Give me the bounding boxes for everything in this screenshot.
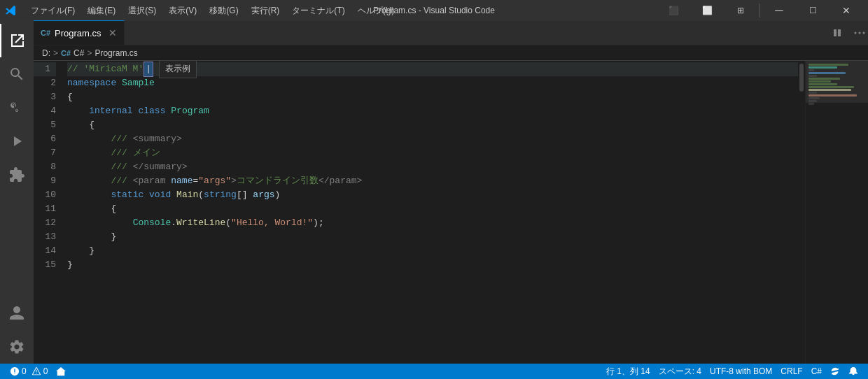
vscode-logo-icon	[6, 5, 17, 16]
activity-bar	[0, 21, 34, 364]
code-line-4: internal class Program	[67, 104, 798, 118]
language-mode: C#	[811, 366, 822, 376]
activity-explorer[interactable]	[0, 24, 34, 57]
more-actions-button[interactable]	[851, 27, 868, 42]
status-position[interactable]: 行 1、列 14	[602, 364, 654, 379]
indentation: スペース: 4	[659, 366, 701, 378]
activity-account[interactable]	[0, 296, 34, 330]
cursor-selection: |	[144, 62, 153, 77]
code-line-15: }	[67, 258, 798, 272]
status-notification[interactable]	[844, 364, 862, 379]
status-errors[interactable]: 0 0	[6, 364, 52, 379]
status-sync[interactable]	[826, 364, 844, 379]
error-icon	[10, 366, 20, 376]
status-encoding[interactable]: UTF-8 with BOM	[706, 364, 776, 379]
code-line-7: /// メイン	[67, 146, 798, 160]
code-line-13: }	[67, 230, 798, 244]
csharp-file-icon: C#	[41, 29, 50, 37]
notification-icon	[848, 366, 858, 376]
file-encoding: UTF-8 with BOM	[710, 366, 772, 376]
window-controls: ⬛ ⬜ ⊞ ─ ☐ ✕	[657, 0, 862, 21]
editor-area: C# Program.cs ✕ D: > C# C# > Program.cs …	[34, 21, 868, 364]
status-line-endings[interactable]: CRLF	[776, 364, 806, 379]
error-count: 0	[22, 366, 27, 376]
code-line-2: namespace Sample	[67, 76, 798, 90]
breadcrumb-lang[interactable]: C#	[74, 48, 84, 58]
warning-count: 0	[43, 366, 48, 376]
menu-file[interactable]: ファイル(F)	[25, 3, 80, 18]
layout-btn-1[interactable]: ⬛	[657, 0, 690, 21]
tab-bar: C# Program.cs ✕	[34, 21, 868, 45]
cursor-position: 行 1、列 14	[606, 366, 650, 378]
svg-point-2	[863, 32, 865, 34]
code-content[interactable]: // 'MiricaM M'| 表示例 namespace Sample { i…	[62, 61, 798, 364]
maximize-button[interactable]: ☐	[797, 0, 829, 21]
home-icon	[56, 366, 66, 376]
layout-btn-3[interactable]: ⊞	[724, 0, 757, 21]
code-line-9: /// <param name="args">コマンドライン引数</param>	[67, 174, 798, 188]
status-bar: 0 0 行 1、列 14 スペース: 4 UTF-8 with BOM CRLF…	[0, 364, 868, 379]
code-line-8: /// </summary>	[67, 160, 798, 174]
minimap-content	[806, 61, 868, 108]
status-home[interactable]	[52, 364, 70, 379]
code-editor[interactable]: 1 2 3 4 5 6 7 8 9 10 11 12 13 14 15 /	[34, 61, 868, 364]
scrollbar-thumb[interactable]	[799, 64, 804, 92]
svg-point-0	[855, 32, 857, 34]
minimize-button[interactable]: ─	[763, 0, 795, 21]
status-right: 行 1、列 14 スペース: 4 UTF-8 with BOM CRLF C#	[602, 364, 862, 379]
activity-run-debug[interactable]	[0, 124, 34, 158]
code-line-6: /// <summary>	[67, 132, 798, 146]
menu-run[interactable]: 実行(R)	[246, 3, 286, 18]
code-line-1: // 'MiricaM M'| 表示例	[67, 62, 798, 76]
breadcrumb-drive[interactable]: D:	[42, 48, 50, 58]
tab-close-button[interactable]: ✕	[108, 27, 117, 38]
title-bar: ファイル(F) 編集(E) 選択(S) 表示(V) 移動(G) 実行(R) ター…	[0, 0, 868, 21]
close-button[interactable]: ✕	[830, 0, 862, 21]
code-line-12: Console.WriteLine("Hello, World!");	[67, 216, 798, 230]
code-line-10: static void Main(string[] args)	[67, 188, 798, 202]
minimap[interactable]	[805, 61, 868, 364]
menu-select[interactable]: 選択(S)	[122, 3, 162, 18]
breadcrumb-file[interactable]: Program.cs	[94, 48, 137, 58]
line-numbers: 1 2 3 4 5 6 7 8 9 10 11 12 13 14 15	[34, 61, 62, 364]
menu-terminal[interactable]: ターミナル(T)	[286, 3, 350, 18]
code-line-3: {	[67, 90, 798, 104]
title-bar-left: ファイル(F) 編集(E) 選択(S) 表示(V) 移動(G) 実行(R) ター…	[6, 3, 400, 18]
activity-source-control[interactable]	[0, 91, 34, 124]
activity-search[interactable]	[0, 57, 34, 91]
tab-program-cs[interactable]: C# Program.cs ✕	[34, 20, 125, 45]
breadcrumb-csharp-icon: C#	[61, 49, 71, 57]
code-line-11: {	[67, 202, 798, 216]
menu-edit[interactable]: 編集(E)	[82, 3, 121, 18]
svg-point-1	[859, 32, 861, 34]
menu-view[interactable]: 表示(V)	[163, 3, 202, 18]
tab-label: Program.cs	[55, 28, 101, 38]
menu-bar: ファイル(F) 編集(E) 選択(S) 表示(V) 移動(G) 実行(R) ター…	[25, 3, 400, 18]
breadcrumb: D: > C# C# > Program.cs	[34, 45, 868, 61]
layout-btn-2[interactable]: ⬜	[691, 0, 723, 21]
warning-icon	[31, 366, 41, 376]
status-spaces[interactable]: スペース: 4	[654, 364, 706, 379]
status-language[interactable]: C#	[807, 364, 826, 379]
split-editor-button[interactable]	[829, 27, 846, 42]
main-layout: C# Program.cs ✕ D: > C# C# > Program.cs …	[0, 21, 868, 364]
activity-settings[interactable]	[0, 330, 34, 364]
code-line-14: }	[67, 244, 798, 258]
line-endings: CRLF	[780, 366, 802, 376]
code-line-5: {	[67, 118, 798, 132]
hint-tooltip: 表示例	[159, 61, 197, 78]
activity-extensions[interactable]	[0, 158, 34, 192]
window-title: Program.cs - Visual Studio Code	[373, 6, 495, 15]
menu-go[interactable]: 移動(G)	[204, 3, 244, 18]
scrollbar[interactable]	[798, 61, 805, 364]
sync-icon	[830, 366, 840, 376]
